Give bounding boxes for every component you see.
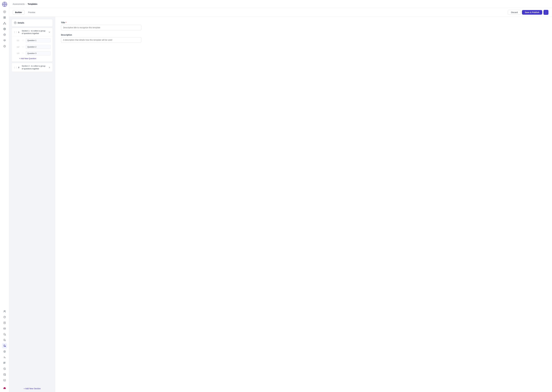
question-1-3-num: 1.3 [17,52,20,54]
question-1-3-label: Question 3 [26,51,51,56]
sidebar-nav-users[interactable] [2,309,7,314]
question-1-2-num: 1.2 [17,46,20,48]
sidebar-nav-no[interactable] [2,366,7,371]
sidebar-nav-globe[interactable] [2,26,7,32]
description-label: Description [61,34,546,36]
svg-rect-11 [5,16,6,17]
section-2: ⋮⋮ 2 Section 2 - to collect a group of q… [12,63,53,72]
svg-rect-10 [4,16,4,17]
section-2-title: Section 2 - to collect a group of questi… [22,65,47,70]
section-1-title: Section 1 - to collect a group of questi… [22,29,47,35]
details-label: Details [18,22,24,24]
svg-point-74 [15,23,15,24]
svg-point-34 [4,328,5,329]
svg-line-17 [4,23,5,24]
breadcrumb-separator: › [26,3,26,5]
svg-point-2 [4,4,5,5]
sidebar-nav-search-doc[interactable] [2,332,7,337]
svg-rect-67 [4,379,6,381]
section-1-questions: 1.1 ⋮⋮ Question 1 1.2 ⋮⋮ Question 2 1.3 … [12,36,53,62]
breadcrumb-current: Templates [28,3,37,5]
sidebar-nav-terminal[interactable] [2,378,7,383]
section-2-chevron[interactable] [48,66,51,69]
add-section-button[interactable]: + Add New Section [24,387,41,390]
sidebar-nav-doc-list[interactable] [2,337,7,343]
details-icon [14,21,16,24]
question-1-1[interactable]: 1.1 ⋮⋮ Question 1 [12,37,53,44]
tab-preview[interactable]: Preview [26,10,38,14]
title-field-group: Title * [61,21,546,30]
svg-rect-56 [4,362,4,363]
sidebar-nav-doc-badge[interactable]: ★ [2,343,7,348]
breadcrumb-parent[interactable]: Assessments [13,3,25,5]
section-2-header[interactable]: ⋮⋮ 2 Section 2 - to collect a group of q… [12,63,53,72]
app-logo[interactable] [2,2,7,7]
title-label: Title * [61,21,546,24]
sidebar-bottom-icon[interactable] [2,385,7,390]
svg-point-72 [5,389,6,389]
section-1-drag-handle[interactable]: ⋮⋮ [14,31,17,33]
section-2-drag-handle[interactable]: ⋮⋮ [14,66,17,69]
sidebar-nav-cube[interactable] [2,32,7,37]
tab-builder[interactable]: Builder [13,10,24,14]
svg-point-71 [4,389,4,389]
add-question-1-button[interactable]: + Add New Question [12,56,53,60]
question-1-3-drag[interactable]: ⋮⋮ [22,52,25,54]
svg-rect-58 [4,363,4,364]
question-1-3[interactable]: 1.3 ⋮⋮ Question 3 [12,50,53,56]
section-1-number: 1 [18,31,21,33]
add-section-area: + Add New Section [9,385,55,392]
left-panel: Details ⋮⋮ 1 Section 1 - to collect a gr… [9,17,55,392]
description-input[interactable] [61,37,141,43]
question-1-1-drag[interactable]: ⋮⋮ [22,40,25,41]
discard-button[interactable]: Discard [508,10,521,15]
svg-point-29 [4,317,5,317]
question-1-1-label: Question 1 [26,38,51,42]
sidebar: ★ [0,0,9,392]
question-1-2[interactable]: 1.2 ⋮⋮ Question 2 [12,44,53,50]
question-1-2-drag[interactable]: ⋮⋮ [22,46,25,48]
sidebar-nav-grid3[interactable] [2,360,7,366]
svg-point-16 [5,24,6,24]
svg-point-43 [5,340,6,341]
svg-rect-70 [4,387,5,388]
sidebar-nav-reports[interactable] [2,320,7,325]
details-card[interactable]: Details [12,19,53,27]
sidebar-nav-world2[interactable] [2,44,7,49]
section-1: ⋮⋮ 1 Section 1 - to collect a group of q… [12,28,53,62]
left-panel-inner: Details ⋮⋮ 1 Section 1 - to collect a gr… [9,17,55,385]
section-1-chevron[interactable] [48,31,51,33]
main-content: Assessments › Templates Builder Preview … [9,0,552,392]
svg-point-24 [4,45,6,47]
svg-rect-57 [5,362,5,363]
section-1-header[interactable]: ⋮⋮ 1 Section 1 - to collect a group of q… [12,28,53,36]
sidebar-nav-nodes[interactable] [2,21,7,26]
question-1-2-label: Question 2 [26,45,51,49]
svg-line-18 [5,23,6,24]
sidebar-nav-analytics[interactable] [2,315,7,320]
title-input[interactable] [61,25,141,30]
save-publish-button[interactable]: Save & Publish [522,10,542,15]
sidebar-nav-id[interactable] [2,326,7,331]
content-area: Details ⋮⋮ 1 Section 1 - to collect a gr… [9,17,552,392]
more-options-button[interactable]: ⋮ [543,10,549,15]
svg-rect-30 [4,322,6,324]
sidebar-nav-circle[interactable] [2,349,7,354]
svg-point-50 [4,351,5,352]
svg-line-39 [6,335,6,336]
svg-point-15 [3,24,4,24]
svg-rect-12 [4,18,4,19]
svg-point-26 [4,310,5,311]
sidebar-nav-layers[interactable] [2,38,7,43]
sidebar-nav-grid[interactable] [2,15,7,20]
svg-point-66 [5,375,6,376]
title-required: * [66,21,66,24]
svg-point-49 [4,350,6,352]
sidebar-nav-table[interactable] [2,372,7,377]
sidebar-nav-list-add[interactable] [2,355,7,360]
toolbar: Builder Preview Discard Save & Publish ⋮ [9,8,552,17]
svg-point-27 [5,311,6,311]
right-panel: Title * Description [55,17,552,392]
sidebar-nav-add[interactable] [2,9,7,14]
question-1-1-num: 1.1 [17,40,20,42]
